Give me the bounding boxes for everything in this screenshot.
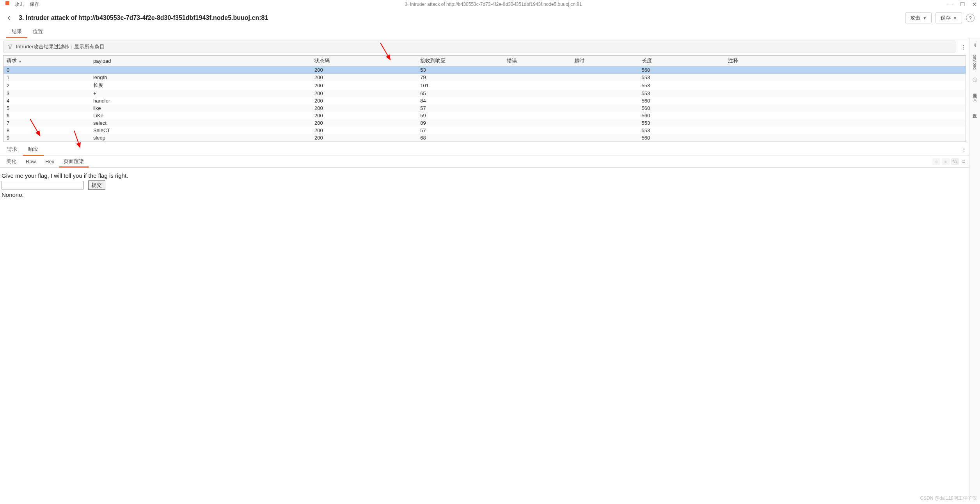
flag-input[interactable] — [2, 181, 83, 189]
save-button[interactable]: 保存 ▼ — [936, 12, 962, 23]
gear-icon[interactable] — [972, 97, 978, 103]
table-cell: 553 — [639, 81, 725, 90]
table-row[interactable]: 6LiKe20059560 — [4, 112, 966, 119]
table-cell: 200 — [311, 127, 417, 134]
col-error[interactable]: 错误 — [504, 56, 571, 66]
mini-btn-2[interactable]: ≡ — [942, 158, 950, 165]
table-cell — [725, 127, 966, 134]
table-cell — [725, 97, 966, 104]
table-cell: 1 — [4, 74, 90, 81]
table-cell: 553 — [639, 90, 725, 97]
header: 3. Intruder attack of http://b430553c-7d… — [0, 9, 980, 26]
response-subtabs: 美化 Raw Hex 页面渲染 ⦸ ≡ \n ≡ — [0, 156, 969, 168]
header-actions: 攻击 ▼ 保存 ▼ ? — [905, 12, 975, 23]
table-row[interactable]: 4handler20084560 — [4, 97, 966, 104]
primary-tabs: 结果 位置 — [0, 26, 980, 38]
table-row[interactable]: 020053560 — [4, 66, 966, 74]
filter-menu-dots[interactable]: ⋮ — [959, 42, 968, 51]
section-icon[interactable]: § — [972, 41, 978, 48]
table-row[interactable]: 3+20065553 — [4, 90, 966, 97]
table-cell: 560 — [639, 97, 725, 104]
table-cell — [504, 97, 571, 104]
table-cell: handler — [90, 97, 311, 104]
col-request[interactable]: 请求▲ — [4, 56, 90, 66]
table-cell: 79 — [417, 74, 504, 81]
help-button[interactable]: ? — [966, 14, 975, 22]
table-row[interactable]: 9sleep20068560 — [4, 134, 966, 141]
table-cell — [571, 81, 639, 90]
table-cell: 560 — [639, 112, 725, 119]
table-cell: 5 — [4, 104, 90, 112]
results-table-wrap: 请求▲ payload 状态码 接收到响应 错误 超时 长度 注释 020053… — [3, 55, 966, 142]
hamburger-icon[interactable]: ≡ — [960, 159, 967, 165]
col-timeout[interactable]: 超时 — [571, 56, 639, 66]
attack-button[interactable]: 攻击 ▼ — [905, 12, 932, 23]
table-cell: 9 — [4, 134, 90, 141]
watermark: CSDN @dal118网工任子仪 — [920, 495, 977, 499]
main-column: Intruder攻击结果过滤器：显示所有条目 ⋮ 请求▲ payload 状态码… — [0, 38, 969, 499]
table-cell — [504, 127, 571, 134]
table-cell: 长度 — [90, 81, 311, 90]
subtab-render[interactable]: 页面渲染 — [59, 156, 89, 167]
mini-btn-3[interactable]: \n — [951, 158, 959, 165]
col-comment[interactable]: 注释 — [725, 56, 966, 66]
table-row[interactable]: 5like20057560 — [4, 104, 966, 112]
subtab-pretty[interactable]: 美化 — [2, 156, 21, 167]
results-table: 请求▲ payload 状态码 接收到响应 错误 超时 长度 注释 020053… — [4, 56, 966, 141]
table-row[interactable]: 8SeleCT20057553 — [4, 127, 966, 134]
subtab-controls: ⦸ ≡ \n ≡ — [932, 158, 969, 165]
mini-btn-1[interactable]: ⦸ — [932, 158, 940, 165]
window-title: 3. Intruder attack of http://b430553c-7d… — [39, 2, 948, 7]
table-row[interactable]: 1length20079553 — [4, 74, 966, 81]
table-cell: 3 — [4, 90, 90, 97]
table-cell: 101 — [417, 81, 504, 90]
table-cell — [571, 74, 639, 81]
table-cell: + — [90, 90, 311, 97]
subtab-raw[interactable]: Raw — [21, 157, 41, 167]
table-cell: 53 — [417, 66, 504, 74]
table-cell — [725, 74, 966, 81]
table-cell: 6 — [4, 112, 90, 119]
table-cell: 68 — [417, 134, 504, 141]
table-row[interactable]: 2长度200101553 — [4, 81, 966, 90]
sidebar-payload[interactable]: payload — [973, 55, 977, 70]
render-line1: Give me your flag, I will tell you if th… — [2, 172, 968, 179]
tab-positions[interactable]: 位置 — [27, 26, 48, 38]
close-icon[interactable]: ✕ — [972, 1, 977, 7]
tab-request[interactable]: 请求 — [2, 143, 23, 156]
col-payload[interactable]: payload — [90, 56, 311, 66]
tab-response[interactable]: 响应 — [23, 143, 44, 156]
main-layout: Intruder攻击结果过滤器：显示所有条目 ⋮ 请求▲ payload 状态码… — [0, 38, 980, 499]
filter-bar[interactable]: Intruder攻击结果过滤器：显示所有条目 — [3, 41, 955, 53]
menu-save[interactable]: 保存 — [30, 1, 39, 8]
maximize-icon[interactable]: ☐ — [960, 1, 965, 7]
table-cell: 8 — [4, 127, 90, 134]
col-received[interactable]: 接收到响应 — [417, 56, 504, 66]
table-cell: 200 — [311, 112, 417, 119]
col-status[interactable]: 状态码 — [311, 56, 417, 66]
render-line2: Nonono. — [2, 191, 968, 198]
col-length[interactable]: 长度 — [639, 56, 725, 66]
tab-results[interactable]: 结果 — [6, 26, 27, 38]
clock-icon[interactable] — [972, 77, 978, 83]
subtab-hex[interactable]: Hex — [41, 157, 59, 167]
table-cell: 200 — [311, 97, 417, 104]
sort-asc-icon: ▲ — [18, 59, 22, 63]
table-cell — [504, 134, 571, 141]
table-cell — [571, 104, 639, 112]
back-button[interactable] — [5, 14, 13, 22]
table-row[interactable]: 7select20089553 — [4, 119, 966, 127]
table-cell — [725, 66, 966, 74]
burp-logo-icon — [5, 1, 9, 5]
menu-attack[interactable]: 攻击 — [15, 1, 24, 8]
right-sidebar: § payload 资源池 设置 — [969, 38, 980, 499]
table-cell: 553 — [639, 127, 725, 134]
submit-button[interactable] — [88, 180, 105, 190]
table-cell: 84 — [417, 97, 504, 104]
table-cell: length — [90, 74, 311, 81]
minimize-icon[interactable]: ― — [948, 1, 953, 7]
table-cell — [725, 81, 966, 90]
detail-menu-dots[interactable]: ⋮ — [959, 146, 969, 154]
table-cell: select — [90, 119, 311, 127]
table-cell: 200 — [311, 119, 417, 127]
